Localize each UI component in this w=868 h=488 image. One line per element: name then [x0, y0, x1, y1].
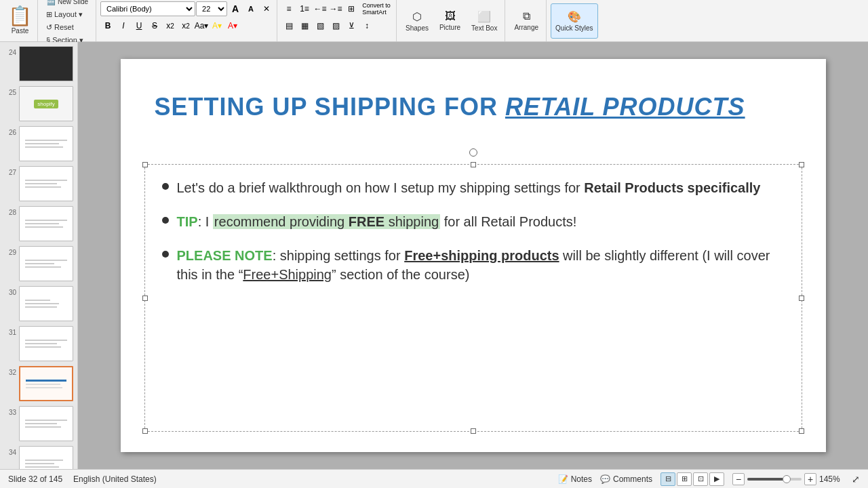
superscript-button[interactable]: x2	[163, 18, 178, 33]
text-box-button[interactable]: ⬜ Text Box	[467, 3, 502, 39]
bullets-button[interactable]: ≡	[281, 1, 296, 16]
normal-view-button[interactable]: ⊟	[660, 472, 675, 486]
zoom-slider[interactable]	[747, 478, 802, 481]
subscript-button[interactable]: x2	[178, 18, 193, 33]
align-right-button[interactable]: ▧	[313, 18, 328, 33]
new-slide-icon: 🆕	[47, 0, 55, 5]
zoom-thumb[interactable]	[783, 475, 791, 483]
slide-thumb-24[interactable]: 24	[3, 45, 75, 83]
toolbar: 📋 Paste 🆕 New Slide ⊞ Layout ▾ ↺ Reset §…	[0, 0, 868, 42]
fit-slide-button[interactable]: ⤢	[852, 474, 860, 485]
shapes-icon: ⬡	[412, 10, 422, 23]
rotate-handle[interactable]	[469, 148, 477, 157]
slide-thumb-34[interactable]: 34	[3, 445, 75, 469]
format-buttons-row: B I U S x2 x2 Aa▾ A▾ A▾	[100, 18, 240, 33]
paste-icon[interactable]: 📋	[8, 7, 32, 26]
handle-bottom-right[interactable]	[799, 428, 804, 434]
slide-thumb-26[interactable]: 26	[3, 125, 75, 163]
bullet-text-2: TIP: I recommend providing FREE shipping…	[177, 212, 785, 231]
zoom-in-button[interactable]: +	[804, 473, 816, 485]
list-row: ≡ 1≡ ←≡ →≡ ⊞ Convert toSmartArt	[281, 1, 393, 16]
slide-thumb-33[interactable]: 33	[3, 405, 75, 443]
justify-button[interactable]: ▨	[328, 18, 343, 33]
bullet-list: Let's do a brief walkthrough on how I se…	[162, 178, 785, 284]
picture-button[interactable]: 🖼 Picture	[435, 3, 465, 39]
bullet-item-3: PLEASE NOTE: shipping settings for Free+…	[162, 246, 785, 284]
numbering-button[interactable]: 1≡	[297, 1, 312, 16]
align-center-button[interactable]: ▦	[297, 18, 312, 33]
slide-group: 🆕 New Slide ⊞ Layout ▾ ↺ Reset § Section…	[39, 0, 96, 41]
title-part1: SETTING UP SHIPPING FOR	[155, 93, 505, 121]
italic-button[interactable]: I	[116, 18, 131, 33]
align-left-button[interactable]: ▤	[281, 18, 296, 33]
increase-indent-button[interactable]: →≡	[328, 1, 343, 16]
main-area: 24 25 shopify 26 27	[0, 42, 868, 469]
handle-top-right[interactable]	[799, 162, 804, 167]
bullet-dot-2	[162, 217, 169, 224]
increase-font-button[interactable]: A	[228, 1, 243, 16]
new-slide-button[interactable]: 🆕 New Slide	[42, 0, 93, 7]
handle-bottom-center[interactable]	[471, 428, 476, 434]
handle-bottom-left[interactable]	[142, 428, 148, 434]
notes-icon: 📝	[558, 474, 568, 484]
text-box[interactable]: Let's do a brief walkthrough on how I se…	[144, 164, 802, 432]
line-spacing-button[interactable]: ↕	[359, 18, 374, 33]
slide-show-button[interactable]: ▶	[709, 472, 724, 486]
arrange-group: ⧉ Arrange	[507, 0, 547, 41]
status-bar: Slide 32 of 145 English (United States) …	[0, 469, 868, 488]
smartart-button[interactable]: Convert toSmartArt	[359, 1, 393, 16]
bullet1-bold: Retail Products specifically	[584, 180, 760, 195]
shapes-button[interactable]: ⬡ Shapes	[401, 3, 433, 39]
layout-button[interactable]: ⊞ Layout ▾	[42, 9, 93, 20]
status-bar-right: 📝 Notes 💬 Comments ⊟ ⊞ ⊡ ▶ − + 145% ⤢	[558, 472, 860, 486]
comments-button[interactable]: 💬 Comments	[600, 474, 652, 484]
slide-thumb-30[interactable]: 30	[3, 285, 75, 323]
slide-title-area: SETTING UP SHIPPING FOR RETAIL PRODUCTS	[155, 93, 792, 121]
slide-thumb-28[interactable]: 28	[3, 205, 75, 243]
comments-icon: 💬	[600, 474, 610, 484]
arrange-button[interactable]: ⧉ Arrange	[509, 3, 543, 39]
slide-thumb-27[interactable]: 27	[3, 165, 75, 203]
bullet-dot-3	[162, 251, 169, 258]
reading-view-button[interactable]: ⊡	[693, 472, 708, 486]
handle-middle-left[interactable]	[142, 296, 148, 301]
arrange-icon: ⧉	[523, 10, 530, 22]
decrease-font-button[interactable]: A	[243, 1, 258, 16]
slide-thumb-31[interactable]: 31	[3, 325, 75, 363]
align-row: ▤ ▦ ▧ ▨ ⊻ ↕	[281, 18, 374, 33]
slide-thumb-32[interactable]: 32	[3, 365, 75, 403]
clear-format-button[interactable]: ✕	[259, 1, 274, 16]
drawing-group: ⬡ Shapes 🖼 Picture ⬜ Text Box	[398, 0, 505, 41]
paste-button[interactable]: Paste	[12, 27, 29, 35]
bullet3-underline: Free+Shipping	[243, 267, 332, 282]
bullet-item-1: Let's do a brief walkthrough on how I se…	[162, 178, 785, 197]
strikethrough-button[interactable]: S	[147, 18, 162, 33]
bullet3-end: ” section of the course)	[332, 267, 469, 282]
font-case-button[interactable]: Aa▾	[194, 18, 209, 33]
slide-thumb-25[interactable]: 25 shopify	[3, 85, 75, 123]
underline-button[interactable]: U	[132, 18, 146, 33]
notes-button[interactable]: 📝 Notes	[558, 474, 592, 484]
slide-panel: 24 25 shopify 26 27	[0, 42, 78, 469]
bullet3-bold1: Free+shipping products	[404, 248, 559, 263]
font-size-select[interactable]: 22	[196, 1, 227, 16]
font-name-select[interactable]: Calibri (Body)	[100, 1, 195, 16]
columns-button[interactable]: ⊞	[344, 1, 359, 16]
reset-button[interactable]: ↺ Reset	[42, 22, 93, 33]
tip-label: TIP	[177, 214, 198, 229]
bold-button[interactable]: B	[100, 18, 115, 33]
slide-sorter-button[interactable]: ⊞	[677, 472, 692, 486]
slide-thumb-29[interactable]: 29	[3, 245, 75, 283]
text-highlight-button[interactable]: A▾	[210, 18, 224, 33]
text-direction-button[interactable]: ⊻	[344, 18, 359, 33]
font-color-button[interactable]: A▾	[225, 18, 240, 33]
quick-styles-button[interactable]: 🎨 Quick Styles	[551, 3, 598, 39]
handle-top-center[interactable]	[471, 162, 476, 167]
title-part2: RETAIL PRODUCTS	[505, 93, 745, 121]
slide-canvas[interactable]: SETTING UP SHIPPING FOR RETAIL PRODUCTS	[121, 59, 826, 452]
decrease-indent-button[interactable]: ←≡	[313, 1, 328, 16]
zoom-out-button[interactable]: −	[732, 473, 745, 485]
view-buttons: ⊟ ⊞ ⊡ ▶	[660, 472, 724, 486]
handle-top-left[interactable]	[142, 162, 148, 167]
handle-middle-right[interactable]	[799, 296, 804, 301]
